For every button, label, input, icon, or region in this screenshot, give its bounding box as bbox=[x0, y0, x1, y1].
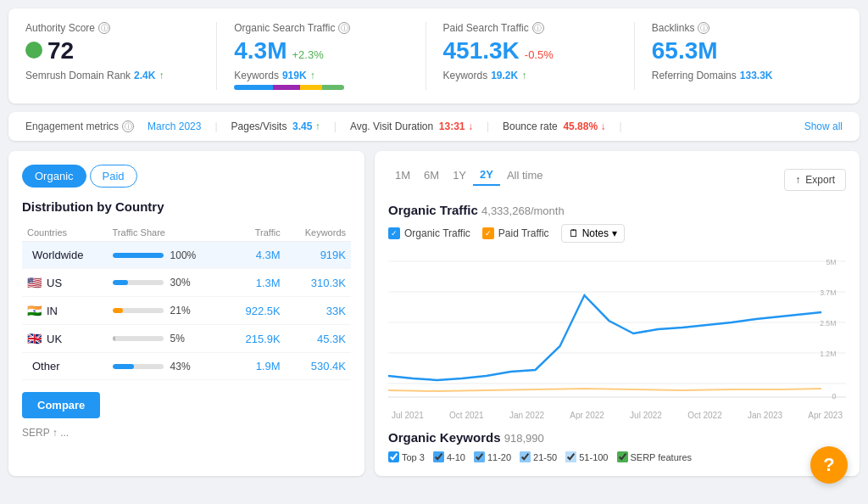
organic-search-label: Organic Search Traffic ⓘ bbox=[234, 22, 408, 34]
traffic-chart: 5M 3.7M 2.5M 1.2M 0 bbox=[388, 253, 846, 406]
time-btn-6m[interactable]: 6M bbox=[417, 165, 446, 185]
keywords-cell: 45.3K bbox=[286, 325, 351, 353]
authority-score-sub: Semrush Domain Rank 2.4K ↑ bbox=[25, 70, 199, 81]
bounce-rate: Bounce rate 45.88% ↓ bbox=[503, 120, 605, 132]
traffic-cell: 1.3M bbox=[227, 269, 285, 297]
svg-text:2.5M: 2.5M bbox=[820, 319, 836, 328]
time-row: 1M6M1Y2YAll time bbox=[388, 165, 550, 186]
chevron-down-icon: ▾ bbox=[612, 227, 617, 239]
table-row: Other43%1.9M530.4K bbox=[22, 353, 351, 380]
kw-legend-item: SERP features bbox=[617, 451, 693, 462]
traffic-share-cell: 43% bbox=[108, 353, 228, 380]
kw-checkbox[interactable] bbox=[565, 451, 576, 462]
col-traffic: Traffic bbox=[227, 224, 285, 242]
organic-color-bar bbox=[234, 85, 344, 90]
keywords-cell: 33K bbox=[286, 297, 351, 325]
backlinks-info-icon[interactable]: ⓘ bbox=[698, 22, 709, 34]
engagement-label: Engagement metrics ⓘ bbox=[25, 120, 134, 132]
time-btn-all-time[interactable]: All time bbox=[500, 165, 550, 185]
kw-legend-item: 4-10 bbox=[433, 451, 465, 462]
backlinks-block: Backlinks ⓘ 65.3M Referring Domains 133.… bbox=[635, 22, 843, 90]
country-cell: 🇺🇸US bbox=[22, 269, 108, 297]
avg-visit-duration: Avg. Visit Duration 13:31 ↓ bbox=[350, 120, 473, 132]
organic-check-icon: ✓ bbox=[388, 227, 400, 239]
authority-score-block: Authority Score ⓘ 72 Semrush Domain Rank… bbox=[25, 22, 217, 90]
kw-checkbox[interactable] bbox=[617, 451, 628, 462]
kw-legend-item: Top 3 bbox=[388, 451, 425, 462]
authority-score-label: Authority Score ⓘ bbox=[25, 22, 199, 34]
time-btn-1m[interactable]: 1M bbox=[388, 165, 417, 185]
time-btn-1y[interactable]: 1Y bbox=[446, 165, 473, 185]
paid-search-sub: Keywords 19.2K ↑ bbox=[443, 70, 617, 81]
svg-text:0: 0 bbox=[832, 392, 837, 400]
organic-search-info-icon[interactable]: ⓘ bbox=[338, 22, 350, 34]
col-keywords: Keywords bbox=[286, 224, 351, 242]
svg-text:3.7M: 3.7M bbox=[820, 288, 836, 297]
table-row: 🇬🇧UK5%215.9K45.3K bbox=[22, 325, 351, 353]
traffic-share-cell: 21% bbox=[108, 297, 228, 325]
x-label: Jul 2021 bbox=[392, 411, 424, 420]
organic-search-value: 4.3M +2.3% bbox=[234, 37, 408, 64]
tab-row: Organic Paid bbox=[22, 165, 351, 188]
traffic-share-cell: 100% bbox=[108, 242, 228, 269]
help-button[interactable]: ? bbox=[810, 446, 848, 484]
tab-organic[interactable]: Organic bbox=[22, 165, 86, 188]
legend-paid: ✓ Paid Traffic bbox=[482, 227, 549, 239]
paid-search-label: Paid Search Traffic ⓘ bbox=[443, 22, 617, 34]
legend-organic: ✓ Organic Traffic bbox=[388, 227, 470, 239]
table-row: 🇺🇸US30%1.3M310.3K bbox=[22, 269, 351, 297]
kw-checkbox[interactable] bbox=[520, 451, 531, 462]
tab-paid[interactable]: Paid bbox=[90, 165, 137, 188]
keywords-cell: 530.4K bbox=[286, 353, 351, 380]
kw-checkbox[interactable] bbox=[474, 451, 485, 462]
compare-button[interactable]: Compare bbox=[22, 392, 100, 418]
traffic-share-cell: 30% bbox=[108, 269, 228, 297]
keywords-cell: 310.3K bbox=[286, 269, 351, 297]
backlinks-sub: Referring Domains 133.3K bbox=[652, 70, 826, 81]
keywords-title: Organic Keywords 918,990 bbox=[388, 430, 846, 445]
table-row: 🇮🇳IN21%922.5K33K bbox=[22, 297, 351, 325]
paid-check-icon: ✓ bbox=[482, 227, 494, 239]
chart-x-labels: Jul 2021Oct 2021Jan 2022Apr 2022Jul 2022… bbox=[388, 411, 846, 420]
traffic-cell: 4.3M bbox=[227, 242, 285, 269]
distribution-title: Distribution by Country bbox=[22, 199, 351, 214]
traffic-cell: 1.9M bbox=[227, 353, 285, 380]
paid-search-block: Paid Search Traffic ⓘ 451.3K -0.5% Keywo… bbox=[426, 22, 635, 90]
paid-search-value: 451.3K -0.5% bbox=[443, 37, 617, 64]
col-countries: Countries bbox=[22, 224, 108, 242]
country-cell: 🇬🇧UK bbox=[22, 325, 108, 353]
country-cell: Worldwide bbox=[22, 242, 108, 269]
engagement-date: March 2023 bbox=[147, 120, 201, 132]
kw-checkbox[interactable] bbox=[433, 451, 444, 462]
x-label: Jan 2022 bbox=[509, 411, 544, 420]
right-panel: 1M6M1Y2YAll time ↑ Export Organic Traffi… bbox=[375, 151, 860, 476]
time-btn-2y[interactable]: 2Y bbox=[473, 165, 500, 186]
backlinks-label: Backlinks ⓘ bbox=[652, 22, 826, 34]
export-icon: ↑ bbox=[795, 174, 800, 186]
kw-checkbox[interactable] bbox=[388, 451, 399, 462]
metrics-card: Authority Score ⓘ 72 Semrush Domain Rank… bbox=[8, 8, 860, 104]
authority-score-info-icon[interactable]: ⓘ bbox=[98, 22, 110, 34]
export-button[interactable]: ↑ Export bbox=[784, 169, 846, 191]
svg-text:1.2M: 1.2M bbox=[820, 350, 836, 358]
pages-visits: Pages/Visits 3.45 ↑ bbox=[231, 120, 320, 132]
x-label: Oct 2021 bbox=[449, 411, 484, 420]
distribution-table: Countries Traffic Share Traffic Keywords… bbox=[22, 224, 351, 380]
engagement-info-icon[interactable]: ⓘ bbox=[122, 120, 134, 132]
x-label: Apr 2023 bbox=[808, 411, 843, 420]
left-panel: Organic Paid Distribution by Country Cou… bbox=[8, 151, 364, 476]
chart-title: Organic Traffic 4,333,268/month bbox=[388, 203, 846, 217]
country-cell: Other bbox=[22, 353, 108, 380]
paid-search-info-icon[interactable]: ⓘ bbox=[532, 22, 544, 34]
col-traffic-share: Traffic Share bbox=[108, 224, 228, 242]
backlinks-value: 65.3M bbox=[652, 37, 826, 64]
x-label: Jul 2022 bbox=[630, 411, 662, 420]
kw-legend-item: 21-50 bbox=[520, 451, 557, 462]
notes-button[interactable]: 🗒 Notes ▾ bbox=[561, 224, 625, 243]
keywords-cell: 919K bbox=[286, 242, 351, 269]
x-label: Jan 2023 bbox=[748, 411, 782, 420]
x-label: Apr 2022 bbox=[570, 411, 604, 420]
engagement-bar: Engagement metrics ⓘ March 2023 | Pages/… bbox=[8, 112, 860, 141]
kw-legend-row: Top 34-1011-2021-5051-100SERP features bbox=[388, 451, 846, 462]
show-all-link[interactable]: Show all bbox=[804, 120, 843, 132]
